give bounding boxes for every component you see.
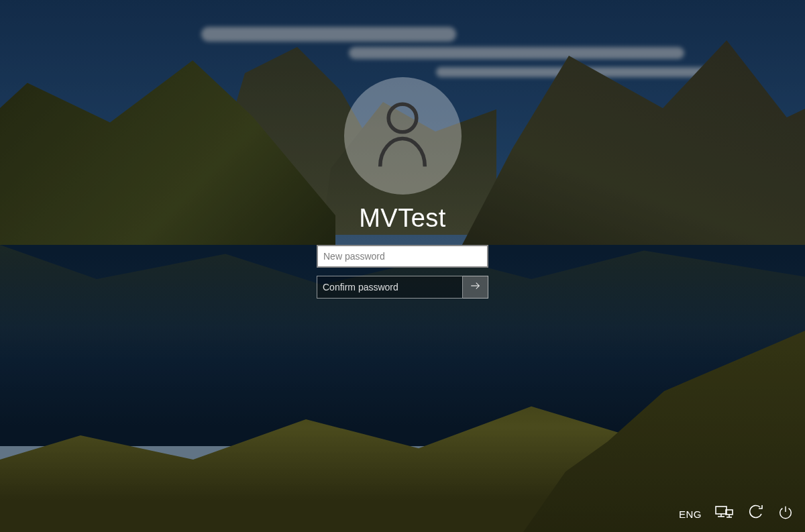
power-icon [778,505,793,523]
svg-point-0 [388,104,417,132]
language-button[interactable]: ENG [679,509,702,520]
lock-screen: MVTest ENG [0,0,805,532]
new-password-field-wrap [317,245,488,268]
ease-of-access-icon [747,504,763,523]
power-button[interactable] [777,505,794,523]
arrow-right-icon [470,280,482,295]
person-icon [374,101,431,171]
user-avatar [344,77,462,195]
ease-of-access-button[interactable] [746,505,763,523]
confirm-password-input[interactable] [317,276,462,298]
confirm-password-field-wrap [317,276,463,299]
system-tray: ENG [679,505,794,523]
submit-button[interactable] [463,276,488,299]
username-label: MVTest [359,204,446,233]
svg-rect-2 [716,507,727,514]
network-icon [714,505,733,523]
new-password-input[interactable] [318,246,487,266]
network-button[interactable] [715,505,733,523]
login-panel: MVTest [317,77,488,299]
confirm-password-row [317,276,488,299]
